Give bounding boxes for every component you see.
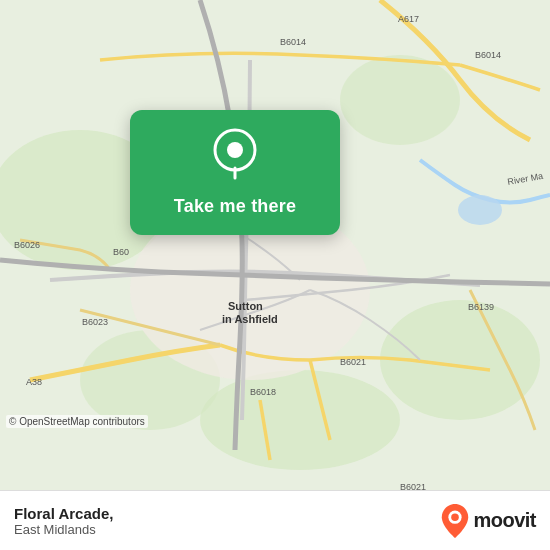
svg-text:B6023: B6023 bbox=[82, 317, 108, 327]
svg-text:B6018: B6018 bbox=[250, 387, 276, 397]
moovit-pin-icon bbox=[441, 504, 469, 538]
svg-text:A38: A38 bbox=[26, 377, 42, 387]
svg-text:Sutton: Sutton bbox=[228, 300, 263, 312]
svg-text:B6021: B6021 bbox=[400, 482, 426, 490]
location-icon-wrap bbox=[213, 128, 257, 184]
svg-point-5 bbox=[340, 55, 460, 145]
svg-text:in Ashfield: in Ashfield bbox=[222, 313, 278, 325]
svg-text:B6021: B6021 bbox=[340, 357, 366, 367]
osm-credit: © OpenStreetMap contributors bbox=[6, 415, 148, 428]
bottom-bar: Floral Arcade, East Midlands moovit bbox=[0, 490, 550, 550]
svg-point-3 bbox=[200, 370, 400, 470]
svg-text:A617: A617 bbox=[398, 14, 419, 24]
svg-text:B6139: B6139 bbox=[468, 302, 494, 312]
moovit-wordmark: moovit bbox=[473, 509, 536, 532]
svg-text:B6014: B6014 bbox=[280, 37, 306, 47]
moovit-logo: moovit bbox=[441, 504, 536, 538]
svg-point-26 bbox=[452, 513, 460, 521]
location-region: East Midlands bbox=[14, 522, 113, 537]
take-me-there-button[interactable]: Take me there bbox=[174, 194, 296, 219]
svg-text:B6026: B6026 bbox=[14, 240, 40, 250]
svg-text:B60: B60 bbox=[113, 247, 129, 257]
map-container: A617 B6014 B6014 B6026 B60 B6023 A38 B60… bbox=[0, 0, 550, 490]
location-name: Floral Arcade, bbox=[14, 505, 113, 522]
svg-point-23 bbox=[227, 142, 243, 158]
location-pin-icon bbox=[213, 128, 257, 180]
svg-text:B6014: B6014 bbox=[475, 50, 501, 60]
svg-point-7 bbox=[458, 195, 502, 225]
location-info: Floral Arcade, East Midlands bbox=[14, 505, 113, 537]
popup-card: Take me there bbox=[130, 110, 340, 235]
